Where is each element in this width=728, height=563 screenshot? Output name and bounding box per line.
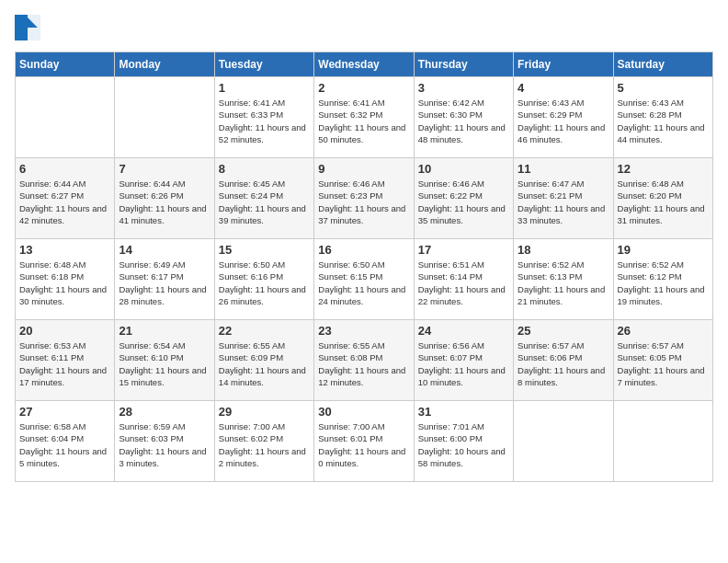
calendar-cell: 21Sunrise: 6:54 AM Sunset: 6:10 PM Dayli… [115,320,214,401]
calendar-cell [613,401,712,482]
calendar-cell: 10Sunrise: 6:46 AM Sunset: 6:22 PM Dayli… [414,158,513,239]
logo-icon: G [15,15,40,40]
day-number: 6 [19,162,110,176]
calendar-cell: 19Sunrise: 6:52 AM Sunset: 6:12 PM Dayli… [613,239,712,320]
calendar-cell: 29Sunrise: 7:00 AM Sunset: 6:02 PM Dayli… [214,401,313,482]
cell-content: Sunrise: 6:45 AM Sunset: 6:24 PM Dayligh… [219,178,310,226]
calendar-header-row: SundayMondayTuesdayWednesdayThursdayFrid… [16,52,713,77]
calendar-cell: 25Sunrise: 6:57 AM Sunset: 6:06 PM Dayli… [514,320,613,401]
cell-content: Sunrise: 6:43 AM Sunset: 6:29 PM Dayligh… [518,97,609,145]
calendar-cell: 24Sunrise: 6:56 AM Sunset: 6:07 PM Dayli… [414,320,513,401]
cell-content: Sunrise: 6:49 AM Sunset: 6:17 PM Dayligh… [119,259,210,307]
day-number: 24 [418,324,509,338]
cell-content: Sunrise: 6:41 AM Sunset: 6:32 PM Dayligh… [318,97,409,145]
day-number: 28 [119,405,210,419]
day-header-thursday: Thursday [414,52,513,77]
cell-content: Sunrise: 6:52 AM Sunset: 6:12 PM Dayligh… [618,259,709,307]
calendar-table: SundayMondayTuesdayWednesdayThursdayFrid… [15,52,713,482]
cell-content: Sunrise: 6:50 AM Sunset: 6:16 PM Dayligh… [219,259,310,307]
day-number: 29 [219,405,310,419]
calendar-week-row: 1Sunrise: 6:41 AM Sunset: 6:33 PM Daylig… [16,77,713,158]
calendar-week-row: 27Sunrise: 6:58 AM Sunset: 6:04 PM Dayli… [16,401,713,482]
cell-content: Sunrise: 6:43 AM Sunset: 6:28 PM Dayligh… [618,97,709,145]
cell-content: Sunrise: 6:55 AM Sunset: 6:08 PM Dayligh… [318,339,409,388]
cell-content: Sunrise: 6:56 AM Sunset: 6:07 PM Dayligh… [418,339,509,388]
calendar-cell: 17Sunrise: 6:51 AM Sunset: 6:14 PM Dayli… [414,239,513,320]
cell-content: Sunrise: 6:50 AM Sunset: 6:15 PM Dayligh… [318,259,409,307]
calendar-cell: 13Sunrise: 6:48 AM Sunset: 6:18 PM Dayli… [16,239,115,320]
day-number: 14 [119,243,210,257]
day-number: 8 [219,162,310,176]
calendar-cell: 16Sunrise: 6:50 AM Sunset: 6:15 PM Dayli… [314,239,414,320]
calendar-cell: 27Sunrise: 6:58 AM Sunset: 6:04 PM Dayli… [16,401,115,482]
calendar-cell: 14Sunrise: 6:49 AM Sunset: 6:17 PM Dayli… [115,239,214,320]
cell-content: Sunrise: 7:00 AM Sunset: 6:02 PM Dayligh… [219,420,310,469]
calendar-week-row: 6Sunrise: 6:44 AM Sunset: 6:27 PM Daylig… [16,158,713,239]
day-number: 10 [418,162,509,176]
page-header: G [15,15,713,40]
day-header-friday: Friday [514,52,613,77]
calendar-cell: 26Sunrise: 6:57 AM Sunset: 6:05 PM Dayli… [613,320,712,401]
day-number: 20 [19,324,110,338]
cell-content: Sunrise: 6:58 AM Sunset: 6:04 PM Dayligh… [19,420,110,469]
cell-content: Sunrise: 7:01 AM Sunset: 6:00 PM Dayligh… [418,420,509,469]
day-number: 1 [219,81,310,95]
day-number: 13 [19,243,110,257]
calendar-cell: 3Sunrise: 6:42 AM Sunset: 6:30 PM Daylig… [414,77,513,158]
cell-content: Sunrise: 6:54 AM Sunset: 6:10 PM Dayligh… [119,339,210,388]
day-number: 12 [618,162,709,176]
cell-content: Sunrise: 6:44 AM Sunset: 6:26 PM Dayligh… [119,178,210,226]
calendar-cell: 5Sunrise: 6:43 AM Sunset: 6:28 PM Daylig… [613,77,712,158]
cell-content: Sunrise: 6:59 AM Sunset: 6:03 PM Dayligh… [119,420,210,469]
cell-content: Sunrise: 6:44 AM Sunset: 6:27 PM Dayligh… [19,178,110,226]
day-number: 21 [119,324,210,338]
day-number: 26 [618,324,709,338]
day-number: 7 [119,162,210,176]
calendar-cell: 23Sunrise: 6:55 AM Sunset: 6:08 PM Dayli… [314,320,414,401]
cell-content: Sunrise: 6:53 AM Sunset: 6:11 PM Dayligh… [19,339,110,388]
calendar-cell: 1Sunrise: 6:41 AM Sunset: 6:33 PM Daylig… [214,77,313,158]
day-number: 9 [318,162,409,176]
day-number: 15 [219,243,310,257]
day-number: 23 [318,324,409,338]
calendar-week-row: 20Sunrise: 6:53 AM Sunset: 6:11 PM Dayli… [16,320,713,401]
calendar-cell: 11Sunrise: 6:47 AM Sunset: 6:21 PM Dayli… [514,158,613,239]
day-number: 27 [19,405,110,419]
calendar-cell [16,77,115,158]
day-number: 2 [318,81,409,95]
calendar-cell: 22Sunrise: 6:55 AM Sunset: 6:09 PM Dayli… [214,320,313,401]
calendar-body: 1Sunrise: 6:41 AM Sunset: 6:33 PM Daylig… [16,77,713,482]
day-number: 25 [518,324,609,338]
calendar-cell: 20Sunrise: 6:53 AM Sunset: 6:11 PM Dayli… [16,320,115,401]
logo: G [15,15,44,40]
calendar-cell: 8Sunrise: 6:45 AM Sunset: 6:24 PM Daylig… [214,158,313,239]
calendar-cell: 6Sunrise: 6:44 AM Sunset: 6:27 PM Daylig… [16,158,115,239]
calendar-cell: 12Sunrise: 6:48 AM Sunset: 6:20 PM Dayli… [613,158,712,239]
cell-content: Sunrise: 6:55 AM Sunset: 6:09 PM Dayligh… [219,339,310,388]
day-number: 5 [618,81,709,95]
cell-content: Sunrise: 6:52 AM Sunset: 6:13 PM Dayligh… [518,259,609,307]
day-number: 3 [418,81,509,95]
calendar-cell: 4Sunrise: 6:43 AM Sunset: 6:29 PM Daylig… [514,77,613,158]
day-number: 31 [418,405,509,419]
calendar-cell: 18Sunrise: 6:52 AM Sunset: 6:13 PM Dayli… [514,239,613,320]
calendar-cell: 28Sunrise: 6:59 AM Sunset: 6:03 PM Dayli… [115,401,214,482]
day-number: 19 [618,243,709,257]
calendar-week-row: 13Sunrise: 6:48 AM Sunset: 6:18 PM Dayli… [16,239,713,320]
day-header-sunday: Sunday [16,52,115,77]
day-header-wednesday: Wednesday [314,52,414,77]
cell-content: Sunrise: 6:46 AM Sunset: 6:23 PM Dayligh… [318,178,409,226]
cell-content: Sunrise: 6:51 AM Sunset: 6:14 PM Dayligh… [418,259,509,307]
day-number: 30 [318,405,409,419]
calendar-cell: 30Sunrise: 7:00 AM Sunset: 6:01 PM Dayli… [314,401,414,482]
cell-content: Sunrise: 6:42 AM Sunset: 6:30 PM Dayligh… [418,97,509,145]
calendar-cell: 31Sunrise: 7:01 AM Sunset: 6:00 PM Dayli… [414,401,513,482]
calendar-cell: 2Sunrise: 6:41 AM Sunset: 6:32 PM Daylig… [314,77,414,158]
day-header-saturday: Saturday [613,52,712,77]
cell-content: Sunrise: 6:48 AM Sunset: 6:18 PM Dayligh… [19,259,110,307]
cell-content: Sunrise: 7:00 AM Sunset: 6:01 PM Dayligh… [318,420,409,469]
calendar-cell: 7Sunrise: 6:44 AM Sunset: 6:26 PM Daylig… [115,158,214,239]
cell-content: Sunrise: 6:48 AM Sunset: 6:20 PM Dayligh… [618,178,709,226]
day-header-monday: Monday [115,52,214,77]
day-number: 4 [518,81,609,95]
